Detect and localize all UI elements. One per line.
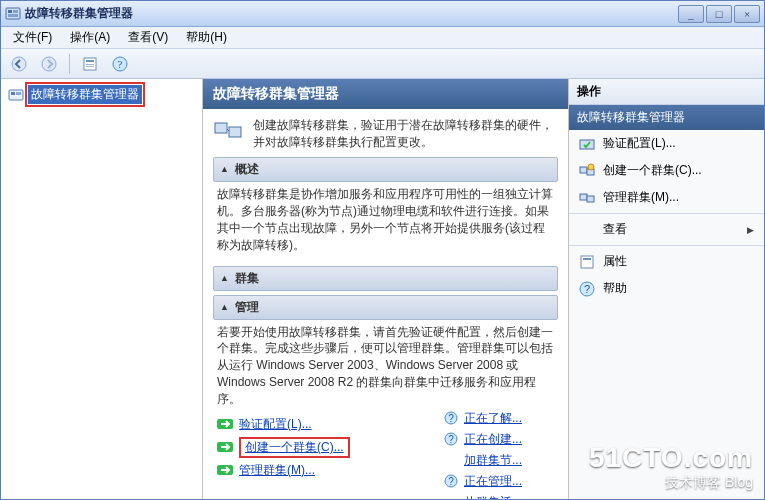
menu-help[interactable]: 帮助(H) xyxy=(178,27,235,48)
section-clusters-header[interactable]: ▲ 群集 xyxy=(213,266,558,291)
svg-rect-7 xyxy=(86,60,94,62)
chevron-up-icon: ▲ xyxy=(220,273,229,283)
link-create-cluster[interactable]: 创建一个群集(C)... xyxy=(217,435,444,460)
maximize-button[interactable]: □ xyxy=(706,5,732,23)
help-small-icon: ? xyxy=(444,432,458,446)
section-management-header[interactable]: ▲ 管理 xyxy=(213,295,558,320)
intro-text: 创建故障转移群集，验证用于潜在故障转移群集的硬件，并对故障转移群集执行配置更改。 xyxy=(253,117,558,151)
management-text: 若要开始使用故障转移群集，请首先验证硬件配置，然后创建一个群集。完成这些步骤后，… xyxy=(217,324,554,408)
close-button[interactable]: × xyxy=(734,5,760,23)
actions-separator xyxy=(569,245,764,246)
action-validate-label: 验证配置(L)... xyxy=(603,135,676,152)
menu-action[interactable]: 操作(A) xyxy=(62,27,118,48)
app-window: 故障转移群集管理器 _ □ × 文件(F) 操作(A) 查看(V) 帮助(H) … xyxy=(0,0,765,500)
svg-rect-3 xyxy=(8,14,18,17)
action-validate[interactable]: 验证配置(L)... xyxy=(569,130,764,157)
section-overview-label: 概述 xyxy=(235,161,259,178)
section-overview: ▲ 概述 故障转移群集是协作增加服务和应用程序可用性的一组独立计算机。多台服务器… xyxy=(213,157,558,262)
watermark-small: 技术博客 Blog xyxy=(589,474,753,492)
watermark: 51CTO.com 技术博客 Blog xyxy=(589,442,753,492)
section-clusters: ▲ 群集 xyxy=(213,266,558,291)
svg-point-4 xyxy=(12,57,26,71)
create-icon xyxy=(217,439,233,455)
help-button[interactable]: ? xyxy=(108,52,132,76)
section-overview-header[interactable]: ▲ 概述 xyxy=(213,157,558,182)
svg-point-29 xyxy=(588,164,594,170)
cluster-large-icon xyxy=(213,117,245,149)
help-small-icon: ? xyxy=(444,474,458,488)
watermark-big: 51CTO.com xyxy=(589,442,753,474)
section-management: ▲ 管理 若要开始使用故障转移群集，请首先验证硬件配置，然后创建一个群集。完成这… xyxy=(213,295,558,499)
svg-rect-14 xyxy=(16,92,21,95)
properties-icon xyxy=(579,254,595,270)
svg-rect-1 xyxy=(8,10,12,13)
validate-icon xyxy=(579,136,595,152)
svg-text:?: ? xyxy=(448,434,454,445)
section-clusters-label: 群集 xyxy=(235,270,259,287)
svg-rect-13 xyxy=(11,92,15,95)
actions-group-header: 故障转移群集管理器 xyxy=(569,105,764,130)
action-manage-cluster-label: 管理群集(M)... xyxy=(603,189,679,206)
titlebar: 故障转移群集管理器 _ □ × xyxy=(1,1,764,27)
help-link-learn[interactable]: ? 正在了解... xyxy=(444,410,522,427)
svg-rect-15 xyxy=(215,123,227,133)
action-create-cluster-label: 创建一个群集(C)... xyxy=(603,162,702,179)
svg-rect-33 xyxy=(583,258,591,260)
action-help[interactable]: ? 帮助 xyxy=(569,275,764,302)
chevron-up-icon: ▲ xyxy=(220,302,229,312)
help-icon: ? xyxy=(579,281,595,297)
actions-separator xyxy=(569,213,764,214)
app-icon xyxy=(5,6,21,22)
center-pane: 故障转移群集管理器 创建故障转移群集，验证用于潜在故障转移群集的硬件，并对故障转… xyxy=(203,79,568,499)
svg-rect-9 xyxy=(86,66,94,67)
window-title: 故障转移群集管理器 xyxy=(25,5,678,22)
help-link-addnode[interactable]: 加群集节... xyxy=(464,452,522,469)
action-view-label: 查看 xyxy=(603,221,627,238)
help-link-managing[interactable]: ? 正在管理... xyxy=(444,473,522,490)
chevron-right-icon: ▶ xyxy=(747,225,754,235)
svg-text:?: ? xyxy=(118,58,123,70)
minimize-button[interactable]: _ xyxy=(678,5,704,23)
tree-root-label: 故障转移群集管理器 xyxy=(28,85,142,104)
menu-view[interactable]: 查看(V) xyxy=(120,27,176,48)
link-validate[interactable]: 验证配置(L)... xyxy=(217,414,444,435)
back-button[interactable] xyxy=(7,52,31,76)
menu-file[interactable]: 文件(F) xyxy=(5,27,60,48)
body-split: 故障转移群集管理器 故障转移群集管理器 创建故障转移群集，验证用于潜在故障转移群… xyxy=(1,79,764,499)
cluster-icon xyxy=(8,87,24,103)
tree-pane: 故障转移群集管理器 xyxy=(1,79,203,499)
svg-rect-30 xyxy=(580,194,587,200)
svg-rect-16 xyxy=(229,127,241,137)
action-properties[interactable]: 属性 xyxy=(569,248,764,275)
actions-pane-title: 操作 xyxy=(569,79,764,105)
forward-button[interactable] xyxy=(37,52,61,76)
section-management-label: 管理 xyxy=(235,299,259,316)
manage-cluster-icon xyxy=(579,190,595,206)
action-manage-cluster[interactable]: 管理群集(M)... xyxy=(569,184,764,211)
svg-rect-27 xyxy=(580,167,587,173)
help-link-migrate[interactable]: 从群集迁... xyxy=(464,494,522,499)
overview-text: 故障转移群集是协作增加服务和应用程序可用性的一组独立计算机。多台服务器(称为节点… xyxy=(213,182,558,262)
svg-rect-2 xyxy=(13,10,18,13)
menubar: 文件(F) 操作(A) 查看(V) 帮助(H) xyxy=(1,27,764,49)
action-properties-label: 属性 xyxy=(603,253,627,270)
action-view[interactable]: 查看 ▶ xyxy=(569,216,764,243)
svg-point-5 xyxy=(42,57,56,71)
help-link-creating[interactable]: ? 正在创建... xyxy=(444,431,522,448)
action-help-label: 帮助 xyxy=(603,280,627,297)
chevron-up-icon: ▲ xyxy=(220,164,229,174)
manage-icon xyxy=(217,462,233,478)
center-title: 故障转移群集管理器 xyxy=(203,79,568,109)
tree-root-node[interactable]: 故障转移群集管理器 xyxy=(5,83,198,106)
svg-text:?: ? xyxy=(448,413,454,424)
properties-button[interactable] xyxy=(78,52,102,76)
svg-rect-32 xyxy=(581,256,593,268)
svg-rect-0 xyxy=(6,8,20,19)
create-cluster-icon xyxy=(579,163,595,179)
link-manage-cluster[interactable]: 管理群集(M)... xyxy=(217,460,444,481)
action-create-cluster[interactable]: 创建一个群集(C)... xyxy=(569,157,764,184)
svg-text:?: ? xyxy=(584,283,590,295)
svg-text:?: ? xyxy=(448,476,454,487)
help-small-icon: ? xyxy=(444,411,458,425)
toolbar: ? xyxy=(1,49,764,79)
